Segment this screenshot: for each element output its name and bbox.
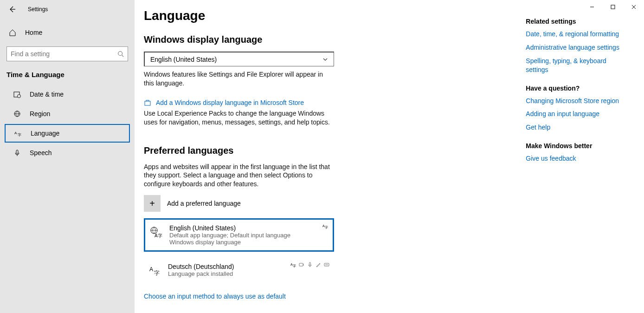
- svg-point-0: [118, 52, 122, 56]
- language-subtext: Language pack installed: [168, 270, 234, 277]
- window-title: Settings: [28, 6, 48, 13]
- add-display-language-link[interactable]: Add a Windows display language in Micros…: [144, 99, 470, 106]
- translate-icon: A字: [322, 223, 328, 229]
- lep-desc: Use Local Experience Packs to change the…: [144, 109, 334, 127]
- svg-rect-19: [611, 5, 615, 9]
- rail-link-spelling-typing-keyboard[interactable]: Spelling, typing, & keyboard settings: [526, 57, 630, 74]
- sidebar-item-date-time[interactable]: Date & time: [5, 85, 130, 104]
- maximize-button[interactable]: [602, 0, 623, 14]
- language-feature-badges: A字: [322, 223, 328, 229]
- language-card-english[interactable]: A字 English (United States) Default app l…: [144, 218, 334, 252]
- rail-link-admin-language[interactable]: Administrative language settings: [526, 43, 630, 52]
- svg-rect-17: [309, 262, 311, 265]
- svg-text:A: A: [14, 131, 17, 135]
- rail-link-date-time-regional[interactable]: Date, time, & regional formatting: [526, 30, 630, 39]
- chevron-down-icon: [322, 57, 328, 62]
- sidebar-item-language[interactable]: A字 Language: [5, 124, 130, 143]
- display-language-selected: English (United States): [150, 56, 217, 63]
- keyboard-icon: [324, 262, 329, 267]
- svg-text:字: 字: [325, 226, 328, 229]
- close-button[interactable]: [623, 0, 644, 14]
- right-rail: Related settings Date, time, & regional …: [526, 8, 630, 313]
- sidebar-item-label: Speech: [30, 149, 52, 156]
- add-preferred-language-label: Add a preferred language: [167, 200, 241, 207]
- translate-icon: A字: [290, 262, 296, 267]
- minimize-button[interactable]: [581, 0, 602, 14]
- svg-rect-16: [299, 263, 303, 266]
- display-language-dropdown[interactable]: English (United States): [144, 52, 334, 66]
- preferred-languages-heading: Preferred languages: [144, 145, 470, 156]
- preferred-languages-desc: Apps and websites will appear in the fir…: [144, 163, 334, 189]
- plus-icon: +: [144, 195, 161, 212]
- handwriting-icon: [316, 262, 321, 267]
- search-box[interactable]: [6, 46, 128, 61]
- calendar-clock-icon: [13, 90, 21, 98]
- add-display-language-link-text: Add a Windows display language in Micros…: [156, 99, 304, 106]
- sidebar-header: Settings: [0, 0, 135, 19]
- text-to-speech-icon: [299, 262, 304, 267]
- search-icon: [117, 51, 124, 57]
- sidebar: Settings Home Time & Language Date & tim…: [0, 0, 135, 313]
- rail-link-changing-store-region[interactable]: Changing Microsoft Store region: [526, 97, 630, 105]
- language-name: Deutsch (Deutschland): [168, 263, 234, 270]
- rail-related-heading: Related settings: [526, 18, 630, 25]
- rail-link-adding-input-language[interactable]: Adding an input language: [526, 110, 630, 118]
- svg-text:字: 字: [18, 133, 21, 137]
- add-preferred-language[interactable]: + Add a preferred language: [144, 195, 470, 212]
- sidebar-home-label: Home: [25, 29, 42, 36]
- language-icon: A字: [14, 129, 22, 137]
- language-subtext: Default app language; Default input lang…: [169, 232, 290, 239]
- svg-rect-7: [145, 101, 150, 105]
- language-card-german[interactable]: A字 Deutsch (Deutschland) Language pack i…: [144, 258, 334, 282]
- back-button[interactable]: [6, 4, 18, 15]
- svg-text:A字: A字: [155, 233, 162, 238]
- store-icon: [144, 99, 151, 106]
- rail-link-get-help[interactable]: Get help: [526, 123, 630, 132]
- language-pack-icon: A字: [148, 265, 161, 278]
- globe-icon: [13, 110, 21, 118]
- sidebar-item-label: Date & time: [30, 91, 64, 98]
- home-icon: [8, 28, 17, 37]
- arrow-left-icon: [8, 6, 16, 13]
- svg-text:字: 字: [154, 270, 160, 276]
- rail-link-feedback[interactable]: Give us feedback: [526, 154, 630, 163]
- sidebar-item-region[interactable]: Region: [5, 104, 130, 123]
- sidebar-section-label: Time & Language: [0, 61, 135, 84]
- main-area: Language Windows display language Englis…: [135, 0, 644, 313]
- search-input[interactable]: [11, 50, 117, 58]
- content-column: Language Windows display language Englis…: [144, 8, 470, 313]
- sidebar-item-label: Region: [30, 110, 50, 117]
- rail-question-heading: Have a question?: [526, 85, 630, 92]
- svg-rect-6: [16, 150, 18, 154]
- sidebar-home[interactable]: Home: [0, 23, 135, 42]
- display-language-desc: Windows features like Settings and File …: [144, 70, 334, 88]
- sidebar-nav: Date & time Region A字 Language Speech: [0, 84, 135, 163]
- window-controls: [581, 0, 644, 14]
- svg-text:A: A: [149, 266, 153, 273]
- svg-text:字: 字: [293, 264, 296, 267]
- choose-input-method-link[interactable]: Choose an input method to always use as …: [144, 293, 470, 300]
- sidebar-item-speech[interactable]: Speech: [5, 143, 130, 162]
- speech-recognition-icon: [307, 262, 313, 267]
- language-subtext: Windows display language: [169, 239, 290, 246]
- rail-better-heading: Make Windows better: [526, 142, 630, 150]
- svg-point-2: [18, 95, 21, 98]
- page-title: Language: [144, 8, 470, 23]
- display-language-heading: Windows display language: [144, 34, 470, 45]
- language-feature-badges: A字: [290, 262, 329, 267]
- sidebar-item-label: Language: [31, 130, 59, 137]
- microphone-icon: [13, 149, 21, 157]
- language-pack-icon: A字: [150, 226, 163, 239]
- language-name: English (United States): [169, 224, 290, 232]
